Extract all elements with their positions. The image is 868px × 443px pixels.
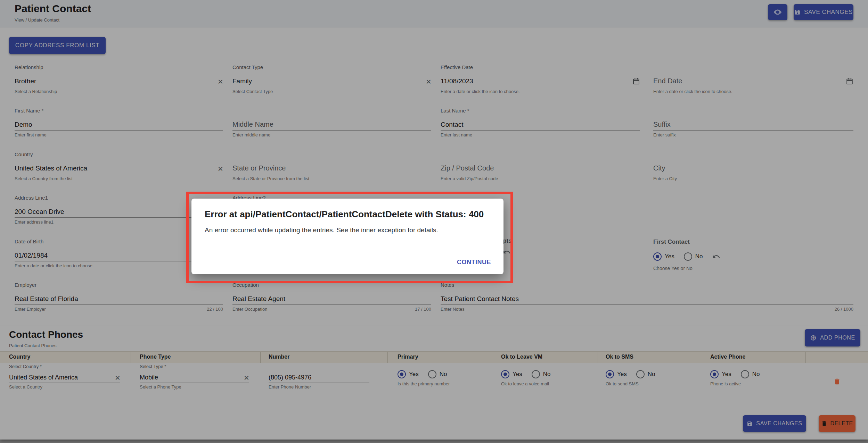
error-dialog-title: Error at api/PatientContact/PatientConta… — [205, 209, 484, 220]
error-dialog: Error at api/PatientContact/PatientConta… — [191, 199, 503, 274]
continue-button[interactable]: CONTINUE — [457, 259, 491, 266]
error-dialog-message: An error occurred while updating the ent… — [205, 226, 438, 234]
